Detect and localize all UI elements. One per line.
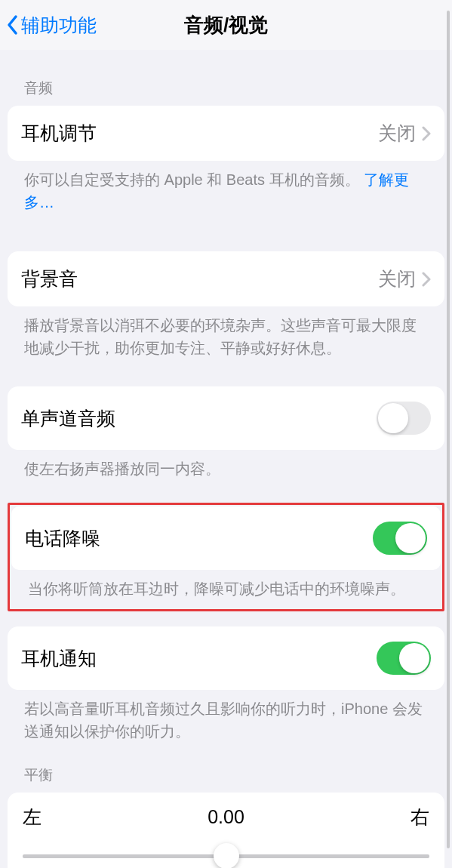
chevron-right-icon	[422, 272, 431, 287]
section-footer: 使左右扬声器播放同一内容。	[8, 450, 444, 480]
footer-text: 你可以自定受支持的 Apple 和 Beats 耳机的音频。	[24, 171, 360, 188]
section-footer: 若以高音量听耳机音频过久且影响你的听力时，iPhone 会发送通知以保护你的听力…	[8, 690, 444, 743]
page-title: 音频/视觉	[184, 12, 268, 38]
slider-knob-icon	[214, 843, 239, 868]
navigation-bar: 辅助功能 音频/视觉	[0, 0, 452, 50]
section-footer: 你可以自定受支持的 Apple 和 Beats 耳机的音频。 了解更多…	[8, 161, 444, 214]
scrollbar[interactable]	[447, 11, 450, 848]
highlight-box: 电话降噪 当你将听筒放在耳边时，降噪可减少电话中的环境噪声。	[8, 503, 444, 611]
chevron-left-icon	[6, 14, 18, 35]
row-label: 背景音	[21, 266, 78, 291]
row-label: 耳机调节	[21, 121, 97, 146]
row-headphone-notifications[interactable]: 耳机通知	[8, 626, 444, 690]
chevron-right-icon	[422, 126, 431, 141]
back-label: 辅助功能	[21, 13, 97, 38]
phone-noise-switch[interactable]	[373, 522, 427, 555]
row-value: 关闭	[378, 121, 416, 146]
row-balance: 左 0.00 右	[8, 793, 444, 868]
mono-audio-switch[interactable]	[377, 402, 431, 435]
row-label: 耳机通知	[21, 646, 97, 671]
row-label: 电话降噪	[25, 526, 100, 551]
balance-slider[interactable]	[23, 843, 429, 868]
balance-right-label: 右	[410, 805, 429, 830]
section-header-audio: 音频	[8, 50, 444, 106]
balance-value: 0.00	[208, 806, 244, 828]
balance-left-label: 左	[23, 805, 42, 830]
row-mono-audio[interactable]: 单声道音频	[8, 386, 444, 450]
row-phone-noise-cancellation[interactable]: 电话降噪	[11, 506, 441, 570]
back-button[interactable]: 辅助功能	[6, 0, 97, 50]
row-label: 单声道音频	[21, 406, 115, 431]
section-footer: 当你将听筒放在耳边时，降噪可减少电话中的环境噪声。	[11, 570, 441, 608]
row-background-sounds[interactable]: 背景音 关闭	[8, 251, 444, 306]
section-footer: 播放背景音以消弭不必要的环境杂声。这些声音可最大限度地减少干扰，助你更加专注、平…	[8, 306, 444, 359]
row-value: 关闭	[378, 266, 416, 291]
row-headphone-accommodations[interactable]: 耳机调节 关闭	[8, 106, 444, 161]
headphone-notify-switch[interactable]	[377, 642, 431, 675]
section-header-balance: 平衡	[8, 743, 444, 793]
